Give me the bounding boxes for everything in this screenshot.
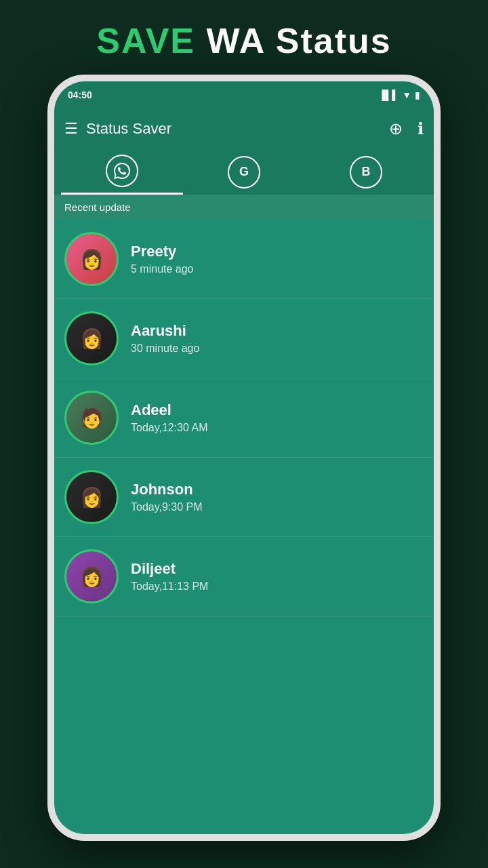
contact-info-preety: Preety 5 minute ago — [131, 243, 194, 275]
contact-item-diljeet[interactable]: 👩 Diljeet Today,11:13 PM — [54, 537, 434, 616]
recent-bar: Recent update — [54, 195, 434, 220]
contact-time-adeel: Today,12:30 AM — [131, 422, 208, 434]
contact-time-preety: 5 minute ago — [131, 263, 194, 275]
contact-item-johnson[interactable]: 👩 Johnson Today,9:30 PM — [54, 458, 434, 537]
contact-info-aarushi: Aarushi 30 minute ago — [131, 322, 199, 355]
title-save: SAVE — [96, 21, 195, 60]
contact-item-aarushi[interactable]: 👩 Aarushi 30 minute ago — [54, 299, 434, 378]
contact-time-johnson: Today,9:30 PM — [131, 501, 203, 513]
tab-b-icon: B — [350, 156, 382, 189]
status-time: 04:50 — [68, 90, 92, 100]
contact-time-aarushi: 30 minute ago — [131, 342, 199, 355]
tabs-row: G B — [54, 149, 434, 195]
avatar-wrapper-johnson: 👩 — [64, 470, 119, 524]
status-bar: 04:50 ▐▌▌ ▼ ▮ — [54, 81, 434, 108]
contact-info-adeel: Adeel Today,12:30 AM — [131, 401, 208, 434]
contact-name-diljeet: Diljeet — [131, 560, 208, 578]
avatar-wrapper-aarushi: 👩 — [64, 311, 119, 366]
recent-label: Recent update — [64, 201, 131, 213]
contact-time-diljeet: Today,11:13 PM — [131, 580, 208, 593]
contact-name-johnson: Johnson — [131, 481, 203, 498]
contact-name-aarushi: Aarushi — [131, 322, 199, 340]
battery-icon: ▮ — [415, 90, 420, 100]
avatar-wrapper-preety: 👩 — [64, 232, 119, 286]
signal-icon: ▐▌▌ — [378, 90, 399, 100]
avatar-aarushi: 👩 — [64, 311, 119, 366]
avatar-wrapper-diljeet: 👩 — [64, 549, 119, 604]
avatar-diljeet: 👩 — [64, 549, 119, 604]
tab-b[interactable]: B — [305, 156, 427, 194]
contact-name-preety: Preety — [131, 243, 194, 260]
tab-g[interactable]: G — [183, 156, 305, 194]
contact-item-preety[interactable]: 👩 Preety 5 minute ago — [54, 220, 434, 299]
app-header: ☰ Status Saver ⊕ ℹ — [54, 108, 434, 149]
phone-mockup: 04:50 ▐▌▌ ▼ ▮ ☰ Status Saver ⊕ ℹ — [47, 75, 441, 841]
tab-g-icon: G — [228, 156, 260, 189]
page-title: SAVE WA Status — [96, 20, 391, 61]
contact-info-johnson: Johnson Today,9:30 PM — [131, 481, 203, 513]
app-title: Status Saver — [86, 120, 374, 138]
contact-item-adeel[interactable]: 🧑 Adeel Today,12:30 AM — [54, 378, 434, 458]
menu-icon[interactable]: ☰ — [64, 120, 78, 138]
wifi-icon: ▼ — [402, 90, 411, 100]
tab-wa-icon — [106, 155, 138, 187]
info-icon[interactable]: ℹ — [418, 119, 424, 138]
contact-name-adeel: Adeel — [131, 401, 208, 419]
contact-info-diljeet: Diljeet Today,11:13 PM — [131, 560, 208, 593]
status-icons: ▐▌▌ ▼ ▮ — [378, 90, 420, 100]
avatar-johnson: 👩 — [64, 470, 119, 524]
contact-list: 👩 Preety 5 minute ago 👩 Aarushi 30 minut… — [54, 220, 434, 834]
share-icon[interactable]: ⊕ — [389, 119, 403, 138]
avatar-adeel: 🧑 — [64, 391, 119, 445]
avatar-preety: 👩 — [64, 232, 119, 286]
tab-whatsapp[interactable] — [61, 155, 183, 195]
title-rest: WA Status — [195, 21, 392, 60]
avatar-wrapper-adeel: 🧑 — [64, 391, 119, 445]
